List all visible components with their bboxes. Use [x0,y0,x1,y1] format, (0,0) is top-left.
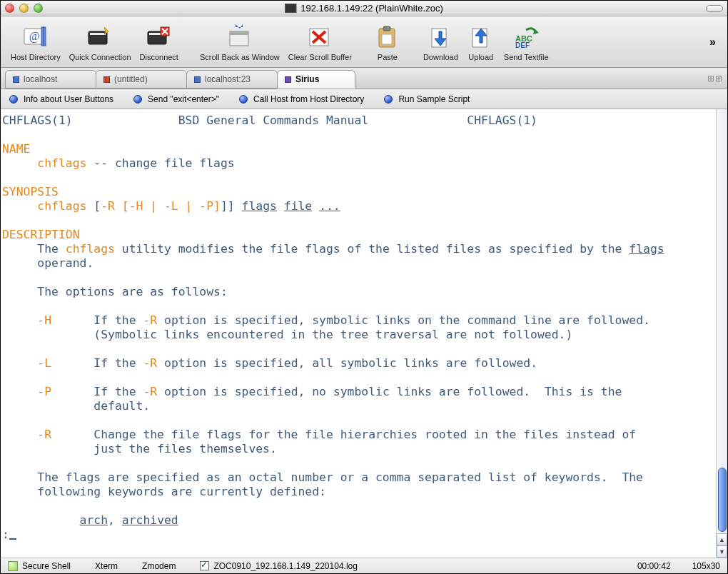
opt-ref: -R [143,356,157,370]
log-checkbox-icon [200,561,209,570]
toolbar-overflow-button[interactable]: » [709,36,720,49]
opt-text: just the files themselves. [2,442,277,455]
cmd-name: chflags [37,156,86,170]
toolbar-label: Upload [468,53,493,61]
flags-intro: The flags are specified as an octal numb… [2,470,643,484]
man-header-center: BSD General Commands Manual [178,114,368,127]
tab-localhost[interactable]: localhost [5,70,96,89]
upload-button[interactable]: Upload [464,23,498,61]
keyword: archived [122,513,178,527]
terminal-wrap: CHFLAGS(1) BSD General Commands Manual C… [1,109,727,558]
sphere-icon [239,95,248,104]
window-pill-button[interactable] [706,5,723,12]
close-window-button[interactable] [5,4,14,13]
userbtn-sample-script[interactable]: Run Sample Script [384,94,470,104]
send-textfile-button[interactable]: ABCDEF Send Textfile [501,23,552,61]
quick-connection-button[interactable]: Quick Connection [66,23,134,61]
userbtn-send-exit[interactable]: Send "exit<enter>" [133,94,219,104]
paste-icon [373,23,402,51]
syn-opts: -R [-H | -L | -P] [101,199,221,213]
svg-rect-19 [383,26,390,31]
svg-rect-20 [382,34,392,44]
userbtn-call-host[interactable]: Call Host from Host Directory [239,94,364,104]
tab-status-icon [194,76,201,83]
svg-text:@: @ [29,30,39,43]
download-button[interactable]: Download [420,23,461,61]
status-shell: Secure Shell [8,561,71,571]
scroll-down-button[interactable]: ▼ [717,545,727,558]
flags-intro: following keywords are currently defined… [2,485,326,498]
download-icon [426,23,455,51]
keyword-sep: , [108,513,122,527]
scroll-back-icon [226,23,254,51]
desc-text: The [37,242,65,256]
scrollbar-thumb[interactable] [718,468,727,532]
section-description: DESCRIPTION [2,228,80,241]
scroll-back-button[interactable]: Scroll Back as Window [197,23,283,61]
keyword: arch [80,513,108,527]
status-log-text: ZOC0910_192.168.1.149_220104.log [213,561,358,571]
userbtn-label: Call Host from Host Directory [253,94,364,104]
toolbar-label: Quick Connection [69,53,131,61]
name-desc: -- change file flags [86,156,234,170]
cursor-icon [9,538,16,540]
opt-flag: -P [37,385,51,398]
quick-connection-icon [86,23,114,51]
userbtn-label: Info about User Buttons [24,94,113,104]
desc-flags: flags [629,242,664,256]
window-title: 192.168.1.149:22 (PlainWhite.zoc) [285,3,443,14]
scroll-up-button[interactable]: ▲ [717,533,727,545]
syn-file: file [284,199,312,213]
userbtn-info[interactable]: Info about User Buttons [9,94,113,104]
opt-text: default. [2,399,150,413]
host-directory-button[interactable]: @ Host Directory [8,23,64,61]
toolbar-label: Paste [378,53,398,61]
status-size: 105x30 [692,561,720,571]
section-name: NAME [2,142,30,156]
userbtn-label: Send "exit<enter>" [148,94,219,104]
opt-text: option is specified, no symbolic links a… [157,385,622,398]
opt-text: Change the file flags for the file hiera… [51,428,636,441]
minimize-window-button[interactable] [19,4,29,13]
host-directory-icon: @ [21,23,50,51]
opt-text: If the [93,313,143,327]
opt-flag: -H [37,313,51,327]
userbtn-label: Run Sample Script [398,94,470,104]
svg-rect-13 [230,31,248,35]
tab-untitled[interactable]: (untitled) [96,70,187,89]
send-textfile-icon: ABCDEF [512,23,540,51]
toolbar-label: Disconnect [140,53,178,61]
tab-label: (untitled) [114,74,148,84]
sphere-icon [9,95,18,104]
man-header-left: CHFLAGS(1) [2,114,73,127]
paste-button[interactable]: Paste [370,23,405,61]
terminal[interactable]: CHFLAGS(1) BSD General Commands Manual C… [1,109,716,558]
opts-intro: The options are as follows: [2,285,228,298]
tab-grid-button[interactable]: ⊞⊞ [707,74,723,84]
title-bar: 192.168.1.149:22 (PlainWhite.zoc) [1,1,727,16]
opt-flag: -R [37,428,51,441]
tab-status-icon [13,76,19,83]
window-title-text: 192.168.1.149:22 (PlainWhite.zoc) [300,3,443,14]
toolbar: @ Host Directory Quick Connection Discon… [1,16,727,68]
status-proto: Zmodem [142,561,176,571]
tab-localhost23[interactable]: localhost:23 [186,70,278,89]
desc-cmd: chflags [66,242,115,256]
opt-flag: -L [37,356,51,370]
toolbar-label: Download [423,53,458,61]
zoom-window-button[interactable] [34,4,43,13]
clear-buffer-icon [305,23,334,51]
vertical-scrollbar[interactable]: ▲ ▼ [716,109,727,558]
opt-ref: -R [143,313,157,327]
clear-buffer-button[interactable]: Clear Scroll Buffer [285,23,355,61]
disconnect-button[interactable]: Disconnect [137,23,181,61]
toolbar-label: Scroll Back as Window [200,53,280,61]
opt-text: If the [93,356,143,370]
status-log[interactable]: ZOC0910_192.168.1.149_220104.log [200,561,358,571]
syn-cmd: chflags [37,199,86,213]
toolbar-label: Clear Scroll Buffer [288,53,352,61]
status-term: Xterm [95,561,118,571]
svg-marker-6 [104,27,108,34]
upload-icon [467,23,495,51]
tab-sirius[interactable]: Sirius [277,70,355,89]
